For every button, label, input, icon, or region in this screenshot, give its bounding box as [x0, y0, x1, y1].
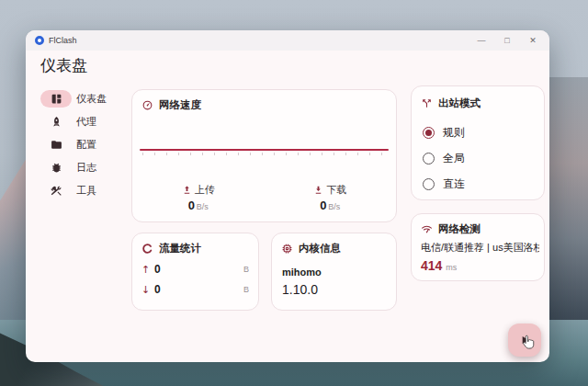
- sidebar-item-label: 仪表盘: [76, 92, 107, 106]
- speed-chart-line: [140, 149, 389, 151]
- network-speed-header: 网络速度: [141, 98, 201, 112]
- latency-unit: ms: [446, 263, 457, 272]
- down-arrow-icon: ↓: [141, 284, 153, 296]
- traffic-stats-header: 流量统计: [141, 242, 201, 255]
- radio-label: 全局: [443, 151, 465, 166]
- outbound-option-direct[interactable]: 直连: [423, 176, 465, 192]
- sidebar-item-tools[interactable]: 工具: [40, 179, 129, 202]
- dashboard-icon: [40, 90, 72, 108]
- network-check-header: 网络检测: [421, 222, 481, 236]
- traffic-download-row: ↓ 0 B: [141, 283, 249, 296]
- proxy-node-name: 电信/联通推荐 | us美国洛杉...: [421, 241, 539, 255]
- right-column: 出站模式 规则 全局 直连 网络检测 电信/联通推荐 | us美国洛杉...: [411, 85, 545, 281]
- sidebar-item-label: 工具: [76, 184, 96, 198]
- upload-unit: B/s: [197, 202, 209, 211]
- sidebar-item-proxy[interactable]: 代理: [40, 110, 129, 133]
- traffic-upload-row: ↑ 0 B: [141, 263, 249, 276]
- upload-icon: [182, 185, 192, 195]
- radio-label: 规则: [443, 125, 465, 141]
- download-label: 下载: [326, 183, 346, 197]
- core-name: mihomo: [282, 267, 322, 278]
- sidebar: 仪表盘 代理 配置 日志 工具: [40, 87, 129, 202]
- traffic-up-value: 0: [154, 263, 161, 276]
- radio-label: 直连: [443, 176, 465, 192]
- traffic-down-unit: B: [243, 285, 249, 294]
- upload-stat: 上传 0B/s: [132, 183, 265, 212]
- outbound-option-rule[interactable]: 规则: [423, 124, 465, 141]
- card-title: 网络速度: [159, 98, 201, 112]
- outbound-mode-card: 出站模式 规则 全局 直连: [411, 85, 545, 200]
- core-version: 1.10.0: [282, 282, 318, 297]
- sidebar-item-dashboard[interactable]: 仪表盘: [40, 87, 129, 110]
- card-title: 出站模式: [438, 96, 481, 110]
- folder-icon: [40, 136, 72, 153]
- outbound-option-global[interactable]: 全局: [423, 150, 465, 166]
- minimize-button[interactable]: —: [469, 31, 494, 50]
- close-button[interactable]: ✕: [520, 31, 546, 50]
- network-check-card[interactable]: 网络检测 电信/联通推荐 | us美国洛杉... 414 ms: [411, 213, 545, 281]
- window-controls: — □ ✕: [469, 31, 546, 50]
- bug-icon: [40, 159, 72, 176]
- main-column: 网络速度 上传 0B/s 下载 0B/s: [131, 89, 397, 311]
- speed-stats: 上传 0B/s 下载 0B/s: [132, 183, 396, 212]
- upload-value: 0: [188, 199, 195, 212]
- radio-unselected-icon: [423, 178, 435, 190]
- download-value: 0: [320, 199, 326, 212]
- card-title: 流量统计: [159, 242, 201, 255]
- core-info-card: 内核信息 mihomo 1.10.0: [271, 233, 397, 311]
- tools-icon: [40, 182, 72, 199]
- sidebar-item-profiles[interactable]: 配置: [40, 133, 129, 156]
- up-arrow-icon: ↑: [141, 264, 153, 276]
- sidebar-item-label: 日志: [76, 161, 96, 175]
- app-window: FlClash — □ ✕ 仪表盘 仪表盘 代理 配置: [26, 30, 549, 362]
- page-title: 仪表盘: [40, 55, 87, 76]
- download-icon: [313, 185, 323, 195]
- card-title: 内核信息: [299, 242, 341, 255]
- latency-row: 414 ms: [421, 258, 457, 273]
- core-info-header: 内核信息: [281, 242, 341, 255]
- traffic-up-unit: B: [243, 265, 249, 274]
- sidebar-item-label: 代理: [76, 115, 96, 129]
- wifi-check-icon: [421, 223, 433, 235]
- app-logo-icon: [35, 36, 44, 45]
- download-unit: B/s: [328, 202, 340, 211]
- call-split-icon: [421, 97, 433, 109]
- traffic-down-value: 0: [154, 283, 161, 296]
- download-stat: 下载 0B/s: [265, 183, 397, 212]
- radio-unselected-icon: [423, 153, 435, 165]
- outbound-mode-header: 出站模式: [421, 96, 481, 110]
- titlebar[interactable]: FlClash — □ ✕: [26, 30, 549, 51]
- mouse-cursor: [520, 334, 538, 352]
- rocket-icon: [40, 113, 72, 131]
- sidebar-item-label: 配置: [76, 138, 96, 152]
- card-title: 网络检测: [438, 222, 481, 236]
- traffic-stats-card: 流量统计 ↑ 0 B ↓ 0 B: [131, 233, 259, 311]
- maximize-button[interactable]: □: [494, 31, 520, 50]
- network-speed-card: 网络速度 上传 0B/s 下载 0B/s: [131, 89, 397, 222]
- sidebar-item-logs[interactable]: 日志: [40, 156, 129, 179]
- speedometer-icon: [141, 99, 153, 111]
- upload-label: 上传: [195, 183, 215, 197]
- memory-chip-icon: [281, 243, 293, 255]
- app-title: FlClash: [49, 36, 77, 45]
- latency-value: 414: [421, 258, 442, 273]
- speed-chart-ticks: [142, 153, 386, 155]
- radio-selected-icon: [423, 127, 435, 139]
- data-usage-icon: [141, 243, 153, 255]
